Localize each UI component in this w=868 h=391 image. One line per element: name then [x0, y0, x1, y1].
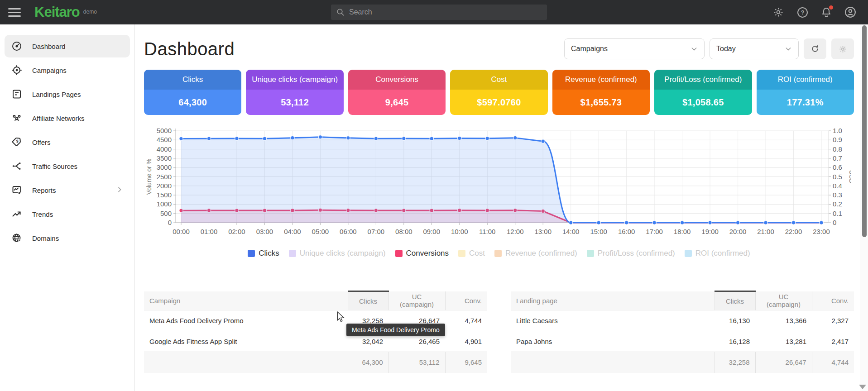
metric-card-unique-clicks[interactable]: Unique clicks (campaign) 53,112 [246, 70, 343, 115]
svg-text:500: 500 [160, 210, 172, 217]
metric-card-cost[interactable]: Cost $597.0760 [450, 70, 547, 115]
settings-gear-icon[interactable] [772, 6, 784, 18]
svg-text:3000: 3000 [157, 163, 172, 171]
global-search[interactable] [331, 5, 547, 20]
scrollbar-thumb[interactable] [862, 25, 867, 237]
totals-clicks: 32,258 [715, 352, 755, 373]
legend-label: Cost [469, 249, 485, 258]
uc-cell: 13,281 [755, 331, 812, 352]
column-header-conv[interactable]: Conv. [812, 291, 854, 310]
notifications-bell-icon[interactable] [820, 6, 832, 18]
page-scrollbar[interactable] [860, 24, 868, 391]
refresh-button[interactable] [804, 38, 826, 59]
sidebar-item-landings-pages[interactable]: Landings Pages [5, 83, 130, 105]
svg-text:0.2: 0.2 [833, 200, 842, 208]
svg-text:23:00: 23:00 [813, 228, 830, 235]
svg-text:2000: 2000 [157, 182, 172, 190]
svg-text:0.1: 0.1 [833, 210, 842, 217]
search-input[interactable] [349, 8, 530, 16]
scroll-down-icon[interactable] [859, 385, 866, 389]
landing-page-name[interactable]: Little Caesars [511, 310, 715, 331]
sidebar-item-trends[interactable]: Trends [5, 203, 130, 225]
legend-item-profit-loss[interactable]: Profit/Loss (confirmed) [587, 249, 675, 258]
page-title: Dashboard [144, 39, 235, 59]
clicks-cell: 16,130 [715, 310, 755, 331]
legend-item-unique-clicks[interactable]: Unique clicks (campaign) [289, 249, 386, 258]
landing-page-name[interactable]: Papa Johns [511, 331, 715, 352]
legend-swatch [289, 250, 296, 257]
svg-text:16:00: 16:00 [618, 228, 635, 235]
legend-label: Unique clicks (campaign) [300, 249, 386, 258]
grouping-select[interactable]: Campaigns [564, 38, 705, 59]
campaign-name[interactable]: Google Ads Fitness App Split [144, 331, 348, 352]
account-icon[interactable] [844, 6, 856, 18]
question-circle-icon: ? [797, 7, 808, 18]
sidebar-item-label: Domains [32, 234, 59, 242]
sidebar-item-domains[interactable]: Domains [5, 227, 130, 249]
uc-cell: 13,366 [755, 310, 812, 331]
legend-item-cost[interactable]: Cost [458, 249, 485, 258]
column-header-clicks[interactable]: Clicks [348, 291, 388, 310]
svg-text:0.9: 0.9 [833, 136, 842, 143]
svg-text:?: ? [801, 10, 804, 16]
svg-text:2500: 2500 [157, 173, 172, 181]
svg-text:0: 0 [168, 219, 172, 226]
sidebar-item-dashboard[interactable]: Dashboard [5, 35, 130, 57]
svg-text:18:00: 18:00 [674, 228, 691, 235]
svg-text:22:00: 22:00 [785, 228, 802, 235]
metric-card-clicks[interactable]: Clicks 64,300 [144, 70, 241, 115]
dashboard-settings-button[interactable] [831, 38, 854, 59]
notification-badge [829, 5, 833, 10]
legend-item-conversions[interactable]: Conversions [395, 249, 449, 258]
metric-label: Profit/Loss (confirmed) [654, 70, 752, 90]
sidebar-item-offers[interactable]: $ Offers [5, 131, 130, 153]
metric-label: Conversions [348, 70, 446, 90]
table-row[interactable]: Papa Johns 16,128 13,281 2,417 [511, 331, 854, 352]
brand-logo[interactable]: Keitarodemo [34, 4, 97, 20]
metric-value: 9,645 [348, 90, 446, 115]
metric-cards: Clicks 64,300 Unique clicks (campaign) 5… [144, 70, 854, 115]
column-header-campaign[interactable]: Campaign [144, 291, 348, 310]
column-header-uc[interactable]: UC (campaign) [755, 291, 812, 310]
table-totals-row: 32,258 26,647 4,744 [511, 352, 854, 373]
metric-label: Clicks [144, 70, 241, 90]
svg-text:05:00: 05:00 [312, 228, 329, 235]
legend-item-clicks[interactable]: Clicks [248, 249, 279, 258]
metric-card-roi[interactable]: ROI (confirmed) 177.31% [757, 70, 854, 115]
date-range-select[interactable]: Today [710, 38, 799, 59]
table-row[interactable]: Little Caesars 16,130 13,366 2,327 [511, 310, 854, 331]
column-header-clicks[interactable]: Clicks [715, 291, 755, 310]
metric-value: 177.31% [757, 90, 854, 115]
sidebar: Dashboard Campaigns Landings Pages [0, 24, 135, 391]
sidebar-item-campaigns[interactable]: Campaigns [5, 59, 130, 81]
metric-card-conversions[interactable]: Conversions 9,645 [348, 70, 446, 115]
metric-card-profit-loss[interactable]: Profit/Loss (confirmed) $1,058.65 [654, 70, 752, 115]
svg-text:06:00: 06:00 [340, 228, 357, 235]
sidebar-item-affiliate-networks[interactable]: Affiliate Networks [5, 107, 130, 129]
svg-text:11:00: 11:00 [479, 228, 495, 235]
hamburger-menu-icon[interactable] [8, 6, 21, 19]
trends-icon [11, 209, 22, 219]
svg-text:0.6: 0.6 [833, 163, 842, 171]
svg-text:0.8: 0.8 [833, 145, 842, 153]
svg-text:09:00: 09:00 [423, 228, 441, 235]
svg-text:0.7: 0.7 [833, 154, 842, 162]
column-header-uc[interactable]: UC (campaign) [388, 291, 445, 310]
sidebar-item-reports[interactable]: Reports [5, 179, 130, 201]
legend-item-revenue[interactable]: Revenue (confirmed) [494, 249, 577, 258]
svg-text:14:00: 14:00 [562, 228, 580, 235]
brand-name: Keitaro [34, 4, 80, 20]
metric-label: Revenue (confirmed) [552, 70, 650, 90]
help-icon[interactable]: ? [796, 6, 808, 18]
svg-text:21:00: 21:00 [757, 228, 774, 235]
chevron-down-icon [785, 45, 792, 52]
column-header-conv[interactable]: Conv. [445, 291, 487, 310]
legend-swatch [685, 250, 692, 257]
campaign-name[interactable]: Meta Ads Food Delivery Promo [144, 310, 348, 331]
column-header-landing-page[interactable]: Landing page [511, 291, 715, 310]
sidebar-item-traffic-sources[interactable]: Traffic Sources [5, 155, 130, 177]
svg-text:17:00: 17:00 [646, 228, 663, 235]
metric-card-revenue[interactable]: Revenue (confirmed) $1,655.73 [552, 70, 650, 115]
legend-item-roi[interactable]: ROI (confirmed) [685, 249, 750, 258]
svg-text:4500: 4500 [157, 136, 172, 143]
